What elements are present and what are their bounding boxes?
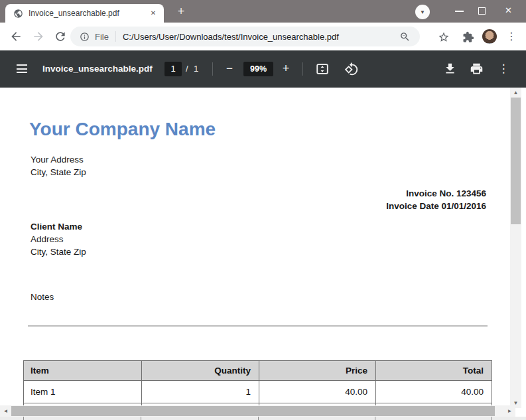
col-header-item: Item: [24, 361, 142, 381]
invoice-number: Invoice No. 123456: [386, 187, 486, 200]
table-header-row: Item Quantity Price Total: [24, 361, 492, 381]
col-header-total: Total: [376, 361, 492, 381]
company-address-block: Your Address City, State Zip: [31, 153, 86, 178]
toolbar-divider: [302, 62, 303, 76]
page-total: 1: [194, 64, 198, 74]
tab-search-button[interactable]: ▼: [415, 5, 430, 19]
window-maximize-button[interactable]: [478, 7, 486, 15]
col-header-quantity: Quantity: [142, 361, 259, 381]
url-omnibox[interactable]: File C:/Users/User/Downloads/test/Invoic…: [70, 27, 420, 46]
page-separator: /: [186, 64, 188, 74]
cell-item: Item 1: [24, 381, 142, 403]
pdf-menu-icon[interactable]: [17, 64, 27, 73]
horizontal-divider: [28, 325, 488, 326]
notes-label: Notes: [31, 292, 54, 302]
cell-total: 40.00: [376, 381, 492, 403]
zoom-level-display: 99%: [243, 62, 273, 76]
address-bar: File C:/Users/User/Downloads/test/Invoic…: [0, 23, 526, 50]
pdf-page: Your Company Name Your Address City, Sta…: [0, 88, 526, 420]
tab-title: Invoice_unsearchable.pdf: [29, 9, 148, 18]
globe-favicon-icon: [13, 9, 23, 19]
col-header-price: Price: [259, 361, 376, 381]
forward-icon[interactable]: [32, 30, 45, 43]
horizontal-scrollbar[interactable]: ◄ ►: [0, 405, 515, 417]
print-icon[interactable]: [470, 62, 484, 76]
profile-avatar[interactable]: [482, 29, 497, 44]
pdf-document-title: Invoice_unsearchable.pdf: [42, 64, 153, 74]
tab-bar: Invoice_unsearchable.pdf ✕ + ▼ ✕: [0, 0, 526, 23]
window-minimize-button[interactable]: [455, 11, 464, 12]
bookmark-star-icon[interactable]: [438, 31, 450, 43]
company-name: Your Company Name: [29, 119, 216, 140]
chip-separator: [115, 31, 116, 42]
window-close-button[interactable]: ✕: [505, 5, 512, 15]
tab-invoice-pdf[interactable]: Invoice_unsearchable.pdf ✕: [5, 4, 164, 23]
tab-close-icon[interactable]: ✕: [148, 8, 159, 19]
scroll-left-icon[interactable]: ◄: [0, 405, 11, 417]
horizontal-scrollbar-thumb[interactable]: [11, 406, 495, 416]
client-block: Client Name Address City, State Zip: [31, 220, 86, 258]
rotate-icon[interactable]: [344, 62, 359, 76]
zoom-out-button[interactable]: −: [223, 62, 236, 76]
cell-price: 40.00: [259, 381, 376, 403]
extensions-puzzle-icon[interactable]: [462, 31, 474, 43]
invoice-meta-block: Invoice No. 123456 Invoice Date 01/01/20…: [386, 187, 486, 212]
reload-icon[interactable]: [54, 30, 67, 43]
client-name: Client Name: [31, 220, 86, 233]
scroll-right-icon[interactable]: ►: [504, 405, 515, 417]
toolbar-divider: [212, 62, 213, 76]
zoom-indicator-icon[interactable]: [399, 31, 411, 42]
client-address-line1: Address: [31, 233, 86, 245]
client-address-line2: City, State Zip: [31, 245, 86, 258]
zoom-in-button[interactable]: +: [279, 61, 293, 76]
browser-menu-kebab-icon[interactable]: ⋮: [506, 29, 517, 44]
vertical-scrollbar-thumb[interactable]: [511, 98, 521, 224]
scroll-up-icon[interactable]: ▲: [510, 88, 521, 98]
download-icon[interactable]: [443, 62, 458, 76]
page-number-input[interactable]: 1: [164, 62, 182, 76]
cell-quantity: 1: [142, 381, 259, 403]
table-row: Item 1 1 40.00 40.00: [24, 381, 492, 403]
pdf-toolbar: Invoice_unsearchable.pdf 1 / 1 − 99% + ⋮: [0, 50, 526, 88]
scheme-chip: File: [95, 32, 109, 42]
company-address-line1: Your Address: [31, 153, 86, 166]
vertical-scrollbar[interactable]: ▲ ▼: [510, 88, 521, 408]
pdf-more-kebab-icon[interactable]: ⋮: [496, 62, 511, 76]
invoice-date: Invoice Date 01/01/2016: [386, 200, 486, 212]
fit-to-page-icon[interactable]: [315, 62, 330, 76]
url-text[interactable]: C:/Users/User/Downloads/test/Invoice_uns…: [123, 32, 399, 42]
company-address-line2: City, State Zip: [31, 166, 86, 178]
page-info-icon[interactable]: [80, 32, 90, 42]
back-icon[interactable]: [9, 30, 23, 43]
caret-down-icon: ▼: [420, 9, 425, 15]
new-tab-button[interactable]: +: [172, 3, 190, 19]
browser-window: Invoice_unsearchable.pdf ✕ + ▼ ✕ File C:…: [0, 0, 526, 420]
clipped-table-sliver: [0, 417, 526, 420]
